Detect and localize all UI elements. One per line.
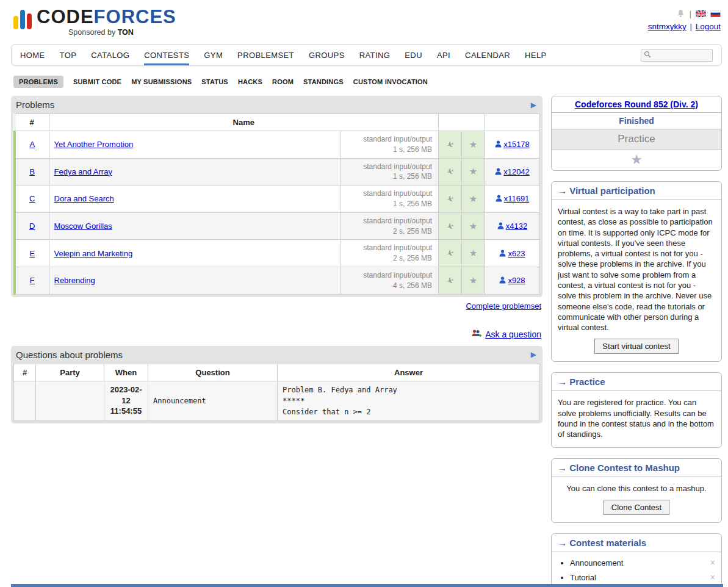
problem-index-link[interactable]: E <box>29 249 35 258</box>
solved-count-link[interactable]: x928 <box>508 276 525 285</box>
user-menu: sntmxykky | Logout <box>648 22 721 31</box>
problem-name-link[interactable]: Rebrending <box>54 276 95 285</box>
nav-item-calendar[interactable]: CALENDAR <box>465 45 510 65</box>
contest-materials-title: → Contest materials <box>552 534 721 552</box>
subnav-submit-code[interactable]: SUBMIT CODE <box>73 78 121 85</box>
io-type: standard input/output <box>346 243 432 253</box>
problem-name-link[interactable]: Velepin and Marketing <box>54 249 133 258</box>
paper-plane-icon[interactable]: ✈ <box>445 248 455 259</box>
question-time: 11:54:55 <box>109 406 143 417</box>
col-header-actions <box>439 114 485 131</box>
col-header-name: Name <box>49 114 439 131</box>
favorite-contest-star-icon[interactable]: ★ <box>630 152 643 167</box>
favorite-star-icon[interactable]: ★ <box>469 166 477 176</box>
problems-caption: Problems ▶ <box>13 98 540 113</box>
header-right: | sntmxykky | Logout <box>648 7 721 37</box>
logo-text: CODEFORCES <box>37 6 176 27</box>
favorite-star-icon[interactable]: ★ <box>469 193 477 204</box>
ask-question-link[interactable]: Ask a question <box>485 330 541 339</box>
codeforces-logo[interactable]: CODEFORCES Sponsored by TON <box>13 7 176 37</box>
material-announcement-link[interactable]: Announcement <box>570 558 623 567</box>
complete-problemset-link[interactable]: Complete problemset <box>466 301 541 311</box>
problem-index-link[interactable]: D <box>29 221 35 231</box>
problem-index-link[interactable]: A <box>29 140 35 149</box>
contest-info-box: Codeforces Round 852 (Div. 2) Finished P… <box>551 96 722 171</box>
problem-limits: 2 s, 256 MB <box>346 226 432 237</box>
question-row: 2023-02-12 11:54:55 Announcement Problem… <box>14 381 540 420</box>
english-flag-icon[interactable] <box>696 10 706 17</box>
problem-index-link[interactable]: B <box>29 167 35 176</box>
solved-count-link[interactable]: x623 <box>508 249 525 258</box>
username-link[interactable]: sntmxykky <box>648 22 687 31</box>
nav-item-edu[interactable]: EDU <box>405 45 422 65</box>
paper-plane-icon[interactable]: ✈ <box>445 193 455 204</box>
nav-item-rating[interactable]: RATING <box>359 45 391 65</box>
paper-plane-icon[interactable]: ✈ <box>445 139 455 150</box>
solved-count-link[interactable]: x12042 <box>503 167 530 176</box>
subnav-hacks[interactable]: HACKS <box>238 78 262 85</box>
contest-sub-nav: PROBLEMS SUBMIT CODE MY SUBMISSIONS STAT… <box>11 76 722 88</box>
dismiss-icon[interactable]: × <box>710 572 715 582</box>
nav-item-top[interactable]: TOP <box>60 45 77 65</box>
col-header-question: Question <box>148 364 278 381</box>
subnav-my-submissions[interactable]: MY SUBMISSIONS <box>131 78 192 85</box>
collapse-arrow-icon[interactable]: ▶ <box>531 101 536 109</box>
favorite-star-icon[interactable]: ★ <box>469 139 477 149</box>
favorite-star-icon[interactable]: ★ <box>469 221 477 231</box>
solved-count-link[interactable]: x11691 <box>504 194 530 203</box>
problem-name-link[interactable]: Fedya and Array <box>54 167 112 176</box>
start-virtual-contest-button[interactable]: Start virtual contest <box>594 339 678 354</box>
solved-count-link[interactable]: x4132 <box>506 221 527 231</box>
io-type: standard input/output <box>346 189 432 199</box>
contest-materials-box: → Contest materials Announcement × Tutor… <box>551 533 722 587</box>
favorite-star-icon[interactable]: ★ <box>469 275 477 286</box>
nav-item-home[interactable]: HOME <box>20 45 45 65</box>
nav-item-contests[interactable]: CONTESTS <box>144 45 189 65</box>
subnav-room[interactable]: ROOM <box>272 78 294 85</box>
nav-item-help[interactable]: HELP <box>525 45 547 65</box>
problem-index-link[interactable]: F <box>30 276 35 285</box>
problem-name-link[interactable]: Yet Another Promotion <box>54 140 134 149</box>
problems-header-row: # Name <box>15 114 540 131</box>
bell-icon[interactable] <box>677 9 685 18</box>
nav-item-gym[interactable]: GYM <box>204 45 223 65</box>
favorite-star-icon[interactable]: ★ <box>469 248 477 258</box>
search-input[interactable] <box>654 51 710 59</box>
contest-mode: Practice <box>552 129 721 149</box>
search-icon <box>644 51 651 60</box>
logo-bar-blue <box>20 10 25 29</box>
problem-name-link[interactable]: Dora and Search <box>54 194 114 203</box>
subnav-status[interactable]: STATUS <box>201 78 228 85</box>
main-column: Problems ▶ # Name A Yet Another Promotio… <box>11 96 542 423</box>
nav-item-groups[interactable]: GROUPS <box>309 45 345 65</box>
subnav-problems[interactable]: PROBLEMS <box>13 76 63 88</box>
paper-plane-icon[interactable]: ✈ <box>445 275 455 286</box>
subnav-custom-invocation[interactable]: CUSTOM INVOCATION <box>353 78 428 85</box>
header: CODEFORCES Sponsored by TON | sntmxykky … <box>0 0 728 40</box>
paper-plane-icon[interactable]: ✈ <box>445 166 455 178</box>
clone-contest-button[interactable]: Clone Contest <box>604 500 669 515</box>
dismiss-icon[interactable]: × <box>710 558 715 567</box>
collapse-arrow-icon[interactable]: ▶ <box>531 350 536 359</box>
table-row: F Rebrending standard input/output4 s, 2… <box>15 267 540 294</box>
language-switcher: | <box>648 9 721 18</box>
russian-flag-icon[interactable] <box>710 10 721 17</box>
nav-item-problemset[interactable]: PROBLEMSET <box>237 45 294 65</box>
solved-count-link[interactable]: x15178 <box>503 140 530 149</box>
logo-bars-icon <box>13 10 32 37</box>
problems-table-container: Problems ▶ # Name A Yet Another Promotio… <box>11 96 542 297</box>
problem-name-link[interactable]: Moscow Gorillas <box>54 221 112 231</box>
virtual-participation-text: Virtual contest is a way to take part in… <box>558 206 715 333</box>
subnav-standings[interactable]: STANDINGS <box>303 78 344 85</box>
logout-link[interactable]: Logout <box>696 22 721 31</box>
material-tutorial-link[interactable]: Tutorial <box>570 573 596 582</box>
contest-title-link[interactable]: Codeforces Round 852 (Div. 2) <box>575 99 698 109</box>
paper-plane-icon[interactable]: ✈ <box>445 220 455 232</box>
problem-index-link[interactable]: C <box>29 194 35 203</box>
search-box <box>641 49 713 62</box>
nav-item-api[interactable]: API <box>437 45 450 65</box>
problem-limits: 1 s, 256 MB <box>346 171 432 182</box>
io-type: standard input/output <box>346 162 432 172</box>
nav-item-catalog[interactable]: CATALOG <box>91 45 129 65</box>
table-row: A Yet Another Promotion standard input/o… <box>15 131 540 159</box>
